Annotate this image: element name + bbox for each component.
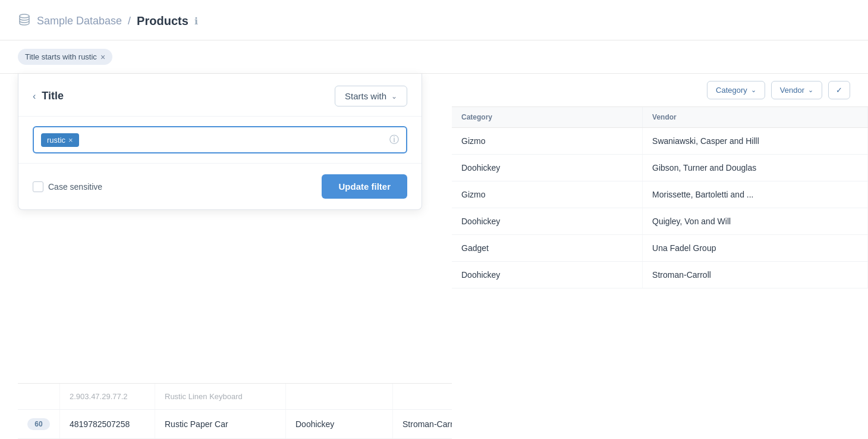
case-sensitive-label: Case sensitive (48, 182, 102, 192)
filter-chip-close[interactable]: × (100, 53, 105, 61)
category-cell: Gizmo (452, 181, 643, 208)
filter-panel: ‹ Title Starts with ⌄ rustic × ⓘ (18, 74, 422, 210)
category-cell: Doohickey (452, 262, 643, 289)
filter-panel-footer: Case sensitive Update filter (18, 164, 422, 209)
col-header-vendor: Vendor (643, 107, 868, 128)
table-row: GizmoMorissette, Bartoletti and ... (452, 181, 868, 208)
vendor-cell: Quigley, Von and Will (643, 208, 868, 235)
case-sensitive-checkbox[interactable] (33, 181, 43, 192)
filter-back-button[interactable]: ‹ (33, 91, 36, 102)
check-icon: ✓ (836, 86, 842, 95)
table-row: GizmoSwaniawski, Casper and Hilll (452, 128, 868, 155)
database-name: Sample Database (37, 15, 122, 27)
svg-point-0 (20, 14, 29, 18)
category-cell: Doohickey (452, 155, 643, 181)
operator-chevron-icon: ⌄ (391, 92, 397, 101)
filter-text-input[interactable] (84, 135, 385, 145)
category-cell: Doohickey (452, 208, 643, 235)
info-icon[interactable]: ℹ (194, 15, 198, 27)
vendor-label: Vendor (780, 86, 804, 95)
breadcrumb-separator: / (128, 15, 131, 27)
filter-input-info-icon[interactable]: ⓘ (389, 134, 399, 146)
filter-panel-header: ‹ Title Starts with ⌄ (18, 74, 422, 117)
table-row: DoohickeyQuigley, Von and Will (452, 208, 868, 235)
data-table: Category Vendor GizmoSwaniawski, Casper … (452, 107, 868, 289)
category-chevron-icon: ⌄ (751, 86, 756, 94)
category-cell: Gadget (452, 235, 643, 262)
filter-input-area: rustic × ⓘ (18, 117, 422, 164)
vendor-cell: Swaniawski, Casper and Hilll (643, 128, 868, 155)
filter-bar: Title starts with rustic × (0, 40, 868, 74)
vendor-cell: Gibson, Turner and Douglas (643, 155, 868, 181)
table-row: DoohickeyStroman-Carroll (452, 262, 868, 289)
vendor-cell: Una Fadel Group (643, 235, 868, 262)
page-header: Sample Database / Products ℹ (0, 0, 868, 40)
vendor-filter-button[interactable]: Vendor ⌄ (771, 81, 822, 99)
filter-tag-label: rustic (47, 136, 65, 145)
vendor-chevron-icon: ⌄ (808, 86, 813, 94)
table-toolbar: Category ⌄ Vendor ⌄ ✓ (452, 74, 868, 107)
filter-panel-title: Title (42, 90, 64, 102)
category-label: Category (716, 86, 747, 95)
category-cell: Gizmo (452, 128, 643, 155)
table-row: DoohickeyGibson, Turner and Douglas (452, 155, 868, 181)
filter-title-row: ‹ Title (33, 90, 64, 102)
main-content: ‹ Title Starts with ⌄ rustic × ⓘ (0, 74, 868, 289)
filter-operator-label: Starts with (345, 91, 386, 101)
filter-input-box[interactable]: rustic × ⓘ (33, 126, 407, 153)
table-row: GadgetUna Fadel Group (452, 235, 868, 262)
filter-value-tag: rustic × (41, 133, 79, 147)
vendor-cell: Morissette, Bartoletti and ... (643, 181, 868, 208)
update-filter-button[interactable]: Update filter (322, 174, 407, 199)
filter-chip: Title starts with rustic × (18, 49, 112, 65)
table-name: Products (137, 14, 188, 28)
vendor-cell: Stroman-Carroll (643, 262, 868, 289)
database-icon (18, 13, 31, 29)
table-header-row: Category Vendor (452, 107, 868, 128)
filter-tag-remove[interactable]: × (68, 136, 73, 145)
check-button[interactable]: ✓ (828, 81, 850, 99)
col-header-category: Category (452, 107, 643, 128)
filter-chip-label: Title starts with rustic (25, 52, 97, 61)
category-filter-button[interactable]: Category ⌄ (707, 81, 765, 99)
case-sensitive-row: Case sensitive (33, 181, 102, 192)
filter-operator-button[interactable]: Starts with ⌄ (335, 86, 407, 106)
